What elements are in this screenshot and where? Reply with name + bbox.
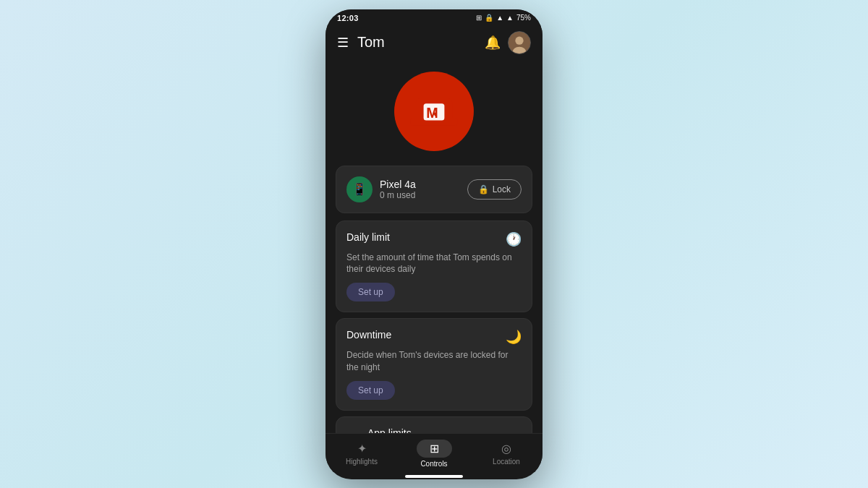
device-card: 📱 Pixel 4a 0 m used 🔒 Lock	[336, 166, 532, 213]
lock-status-icon: 🔒	[485, 14, 493, 22]
lock-button-label: Lock	[493, 184, 511, 194]
bell-icon[interactable]: 🔔	[485, 35, 501, 51]
connectivity-icon: ⊞	[476, 14, 482, 22]
device-info: 📱 Pixel 4a 0 m used	[346, 176, 416, 202]
location-label: Location	[493, 458, 520, 466]
status-icons: ⊞ 🔒 ▲ ▲ 75%	[476, 14, 531, 22]
moon-icon: 🌙	[506, 329, 522, 345]
location-icon: ◎	[501, 442, 511, 455]
daily-limit-header: Daily limit 🕐	[346, 231, 522, 247]
profile-avatar-circle: M ♥	[394, 72, 474, 151]
nav-item-location[interactable]: ◎ Location	[470, 442, 542, 466]
home-indicator	[405, 475, 463, 478]
downtime-title: Downtime	[346, 329, 391, 341]
svg-point-1	[515, 36, 523, 44]
top-left: ☰ Tom	[337, 34, 385, 51]
top-right: 🔔	[485, 31, 531, 54]
nav-active-bg: ⊞	[417, 440, 452, 458]
status-time: 12:03	[337, 14, 359, 22]
highlights-label: Highlights	[346, 458, 378, 466]
daily-limit-title: Daily limit	[346, 231, 390, 243]
controls-icon: ⊞	[430, 442, 439, 455]
top-bar: ☰ Tom 🔔	[326, 25, 542, 60]
downtime-header: Downtime 🌙	[346, 329, 522, 345]
scroll-content[interactable]: M ♥ 📱 Pixel 4a 0 m used 🔒 L	[326, 60, 542, 433]
downtime-card: Downtime 🌙 Decide when Tom's devices are…	[336, 318, 532, 411]
controls-label: Controls	[420, 460, 447, 468]
status-bar: 12:03 ⊞ 🔒 ▲ ▲ 75%	[326, 9, 542, 25]
app-limits-text: App limits Set time limits and block app…	[367, 427, 509, 433]
daily-limit-description: Set the amount of time that Tom spends o…	[346, 252, 522, 276]
clock-icon: 🕐	[506, 231, 522, 247]
hamburger-icon[interactable]: ☰	[337, 35, 349, 51]
downtime-setup-button[interactable]: Set up	[346, 381, 395, 400]
page-title: Tom	[357, 34, 385, 51]
phone-frame: 12:03 ⊞ 🔒 ▲ ▲ 75% ☰ Tom 🔔	[326, 9, 542, 479]
device-usage: 0 m used	[380, 190, 416, 200]
lock-button[interactable]: 🔒 Lock	[467, 179, 522, 200]
phone-icon: 📱	[352, 182, 367, 196]
battery-percent: 75%	[516, 14, 531, 22]
app-limits-title: App limits	[367, 427, 509, 433]
profile-section: M ♥	[326, 60, 542, 166]
nav-item-highlights[interactable]: ✦ Highlights	[326, 442, 398, 466]
daily-limit-card: Daily limit 🕐 Set the amount of time tha…	[336, 221, 532, 313]
bottom-nav: ✦ Highlights ⊞ Controls ◎ Location	[326, 433, 542, 472]
wifi-icon: ▲	[496, 14, 503, 22]
downtime-description: Decide when Tom's devices are locked for…	[346, 349, 522, 374]
signal-icon: ▲	[506, 14, 514, 22]
device-text: Pixel 4a 0 m used	[380, 179, 416, 200]
nav-item-controls[interactable]: ⊞ Controls	[398, 440, 470, 468]
device-name: Pixel 4a	[380, 179, 416, 190]
highlights-icon: ✦	[357, 442, 367, 455]
avatar[interactable]	[508, 31, 531, 54]
lock-icon: 🔒	[478, 184, 489, 194]
daily-limit-setup-button[interactable]: Set up	[346, 283, 395, 301]
device-icon-wrapper: 📱	[346, 176, 373, 202]
svg-text:♥: ♥	[433, 109, 437, 118]
app-limits-card[interactable]: ⊞ App limits Set time limits and block a…	[336, 416, 532, 433]
